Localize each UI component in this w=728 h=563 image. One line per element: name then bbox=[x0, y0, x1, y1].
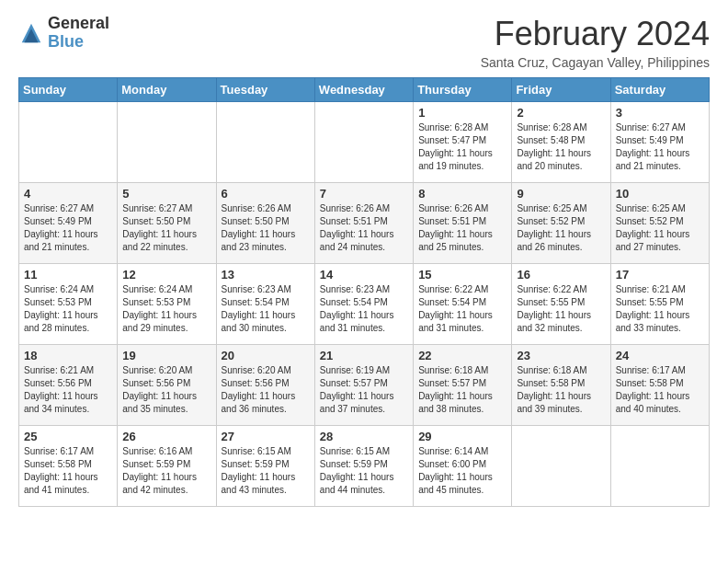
calendar-cell: 4Sunrise: 6:27 AM Sunset: 5:49 PM Daylig… bbox=[19, 183, 118, 264]
calendar-cell: 9Sunrise: 6:25 AM Sunset: 5:52 PM Daylig… bbox=[512, 183, 610, 264]
day-info: Sunrise: 6:20 AM Sunset: 5:56 PM Dayligh… bbox=[222, 364, 310, 416]
day-info: Sunrise: 6:14 AM Sunset: 6:00 PM Dayligh… bbox=[418, 445, 506, 497]
day-number: 3 bbox=[616, 106, 704, 120]
calendar-cell bbox=[610, 426, 709, 507]
day-info: Sunrise: 6:26 AM Sunset: 5:51 PM Dayligh… bbox=[320, 202, 408, 254]
day-info: Sunrise: 6:27 AM Sunset: 5:49 PM Dayligh… bbox=[616, 121, 704, 173]
day-info: Sunrise: 6:18 AM Sunset: 5:57 PM Dayligh… bbox=[418, 364, 506, 416]
day-info: Sunrise: 6:25 AM Sunset: 5:52 PM Dayligh… bbox=[616, 202, 704, 254]
calendar-cell: 27Sunrise: 6:15 AM Sunset: 5:59 PM Dayli… bbox=[216, 426, 314, 507]
day-info: Sunrise: 6:22 AM Sunset: 5:55 PM Dayligh… bbox=[517, 283, 605, 335]
col-saturday: Saturday bbox=[610, 78, 709, 102]
calendar-cell bbox=[216, 102, 314, 183]
col-sunday: Sunday bbox=[19, 78, 118, 102]
day-info: Sunrise: 6:26 AM Sunset: 5:51 PM Dayligh… bbox=[418, 202, 506, 254]
day-number: 2 bbox=[517, 106, 605, 120]
calendar-cell: 21Sunrise: 6:19 AM Sunset: 5:57 PM Dayli… bbox=[314, 345, 413, 426]
col-wednesday: Wednesday bbox=[314, 78, 413, 102]
calendar-cell: 20Sunrise: 6:20 AM Sunset: 5:56 PM Dayli… bbox=[216, 345, 314, 426]
calendar-cell: 19Sunrise: 6:20 AM Sunset: 5:56 PM Dayli… bbox=[118, 345, 216, 426]
day-number: 18 bbox=[24, 349, 112, 362]
day-number: 15 bbox=[418, 268, 506, 282]
calendar-cell: 14Sunrise: 6:23 AM Sunset: 5:54 PM Dayli… bbox=[314, 264, 413, 345]
page-header: General Blue February 2024 Santa Cruz, C… bbox=[18, 15, 710, 70]
day-number: 16 bbox=[517, 268, 605, 282]
logo: General Blue bbox=[18, 15, 109, 52]
calendar-table: Sunday Monday Tuesday Wednesday Thursday… bbox=[18, 77, 710, 507]
calendar-cell: 26Sunrise: 6:16 AM Sunset: 5:59 PM Dayli… bbox=[118, 426, 216, 507]
day-info: Sunrise: 6:28 AM Sunset: 5:47 PM Dayligh… bbox=[418, 121, 506, 173]
day-info: Sunrise: 6:21 AM Sunset: 5:56 PM Dayligh… bbox=[24, 364, 112, 416]
calendar-cell: 6Sunrise: 6:26 AM Sunset: 5:50 PM Daylig… bbox=[216, 183, 314, 264]
day-number: 14 bbox=[320, 268, 408, 282]
calendar-cell: 3Sunrise: 6:27 AM Sunset: 5:49 PM Daylig… bbox=[610, 102, 709, 183]
day-info: Sunrise: 6:24 AM Sunset: 5:53 PM Dayligh… bbox=[122, 283, 210, 335]
day-number: 26 bbox=[122, 430, 210, 443]
calendar-cell: 29Sunrise: 6:14 AM Sunset: 6:00 PM Dayli… bbox=[414, 426, 512, 507]
calendar-cell: 23Sunrise: 6:18 AM Sunset: 5:58 PM Dayli… bbox=[512, 345, 610, 426]
day-info: Sunrise: 6:18 AM Sunset: 5:58 PM Dayligh… bbox=[517, 364, 605, 416]
day-info: Sunrise: 6:16 AM Sunset: 5:59 PM Dayligh… bbox=[122, 445, 210, 497]
calendar-cell: 12Sunrise: 6:24 AM Sunset: 5:53 PM Dayli… bbox=[118, 264, 216, 345]
calendar-cell: 18Sunrise: 6:21 AM Sunset: 5:56 PM Dayli… bbox=[19, 345, 118, 426]
day-number: 25 bbox=[24, 430, 112, 443]
day-info: Sunrise: 6:20 AM Sunset: 5:56 PM Dayligh… bbox=[122, 364, 210, 416]
day-number: 4 bbox=[24, 187, 112, 201]
col-monday: Monday bbox=[118, 78, 216, 102]
day-number: 27 bbox=[222, 430, 310, 443]
day-info: Sunrise: 6:15 AM Sunset: 5:59 PM Dayligh… bbox=[320, 445, 408, 497]
calendar-week-row: 1Sunrise: 6:28 AM Sunset: 5:47 PM Daylig… bbox=[19, 102, 710, 183]
day-info: Sunrise: 6:24 AM Sunset: 5:53 PM Dayligh… bbox=[24, 283, 112, 335]
day-number: 11 bbox=[24, 268, 112, 282]
day-number: 21 bbox=[320, 349, 408, 362]
calendar-cell bbox=[19, 102, 118, 183]
title-area: February 2024 Santa Cruz, Cagayan Valley… bbox=[481, 15, 710, 70]
day-info: Sunrise: 6:15 AM Sunset: 5:59 PM Dayligh… bbox=[222, 445, 310, 497]
day-info: Sunrise: 6:22 AM Sunset: 5:54 PM Dayligh… bbox=[418, 283, 506, 335]
day-info: Sunrise: 6:23 AM Sunset: 5:54 PM Dayligh… bbox=[320, 283, 408, 335]
calendar-cell: 28Sunrise: 6:15 AM Sunset: 5:59 PM Dayli… bbox=[314, 426, 413, 507]
day-number: 7 bbox=[320, 187, 408, 201]
day-number: 8 bbox=[418, 187, 506, 201]
calendar-cell: 7Sunrise: 6:26 AM Sunset: 5:51 PM Daylig… bbox=[314, 183, 413, 264]
day-number: 12 bbox=[122, 268, 210, 282]
month-year-title: February 2024 bbox=[481, 15, 710, 53]
calendar-cell: 16Sunrise: 6:22 AM Sunset: 5:55 PM Dayli… bbox=[512, 264, 610, 345]
logo-icon bbox=[18, 20, 44, 46]
location-subtitle: Santa Cruz, Cagayan Valley, Philippines bbox=[481, 55, 710, 70]
calendar-cell: 8Sunrise: 6:26 AM Sunset: 5:51 PM Daylig… bbox=[414, 183, 512, 264]
col-tuesday: Tuesday bbox=[216, 78, 314, 102]
day-number: 6 bbox=[222, 187, 310, 201]
col-thursday: Thursday bbox=[414, 78, 512, 102]
calendar-cell: 15Sunrise: 6:22 AM Sunset: 5:54 PM Dayli… bbox=[414, 264, 512, 345]
calendar-cell: 10Sunrise: 6:25 AM Sunset: 5:52 PM Dayli… bbox=[610, 183, 709, 264]
day-number: 1 bbox=[418, 106, 506, 120]
calendar-cell: 2Sunrise: 6:28 AM Sunset: 5:48 PM Daylig… bbox=[512, 102, 610, 183]
calendar-cell: 5Sunrise: 6:27 AM Sunset: 5:50 PM Daylig… bbox=[118, 183, 216, 264]
day-number: 24 bbox=[616, 349, 704, 362]
calendar-header-row: Sunday Monday Tuesday Wednesday Thursday… bbox=[19, 78, 710, 102]
day-number: 10 bbox=[616, 187, 704, 201]
day-number: 13 bbox=[222, 268, 310, 282]
day-info: Sunrise: 6:25 AM Sunset: 5:52 PM Dayligh… bbox=[517, 202, 605, 254]
calendar-week-row: 4Sunrise: 6:27 AM Sunset: 5:49 PM Daylig… bbox=[19, 183, 710, 264]
calendar-cell: 24Sunrise: 6:17 AM Sunset: 5:58 PM Dayli… bbox=[610, 345, 709, 426]
day-number: 9 bbox=[517, 187, 605, 201]
day-number: 20 bbox=[222, 349, 310, 362]
day-number: 28 bbox=[320, 430, 408, 443]
day-info: Sunrise: 6:21 AM Sunset: 5:55 PM Dayligh… bbox=[616, 283, 704, 335]
day-info: Sunrise: 6:26 AM Sunset: 5:50 PM Dayligh… bbox=[222, 202, 310, 254]
calendar-cell: 13Sunrise: 6:23 AM Sunset: 5:54 PM Dayli… bbox=[216, 264, 314, 345]
day-info: Sunrise: 6:27 AM Sunset: 5:49 PM Dayligh… bbox=[24, 202, 112, 254]
calendar-week-row: 25Sunrise: 6:17 AM Sunset: 5:58 PM Dayli… bbox=[19, 426, 710, 507]
calendar-cell: 11Sunrise: 6:24 AM Sunset: 5:53 PM Dayli… bbox=[19, 264, 118, 345]
calendar-cell: 22Sunrise: 6:18 AM Sunset: 5:57 PM Dayli… bbox=[414, 345, 512, 426]
calendar-cell bbox=[512, 426, 610, 507]
day-info: Sunrise: 6:19 AM Sunset: 5:57 PM Dayligh… bbox=[320, 364, 408, 416]
day-info: Sunrise: 6:28 AM Sunset: 5:48 PM Dayligh… bbox=[517, 121, 605, 173]
calendar-week-row: 11Sunrise: 6:24 AM Sunset: 5:53 PM Dayli… bbox=[19, 264, 710, 345]
day-number: 19 bbox=[122, 349, 210, 362]
day-number: 23 bbox=[517, 349, 605, 362]
calendar-cell: 25Sunrise: 6:17 AM Sunset: 5:58 PM Dayli… bbox=[19, 426, 118, 507]
day-number: 5 bbox=[122, 187, 210, 201]
